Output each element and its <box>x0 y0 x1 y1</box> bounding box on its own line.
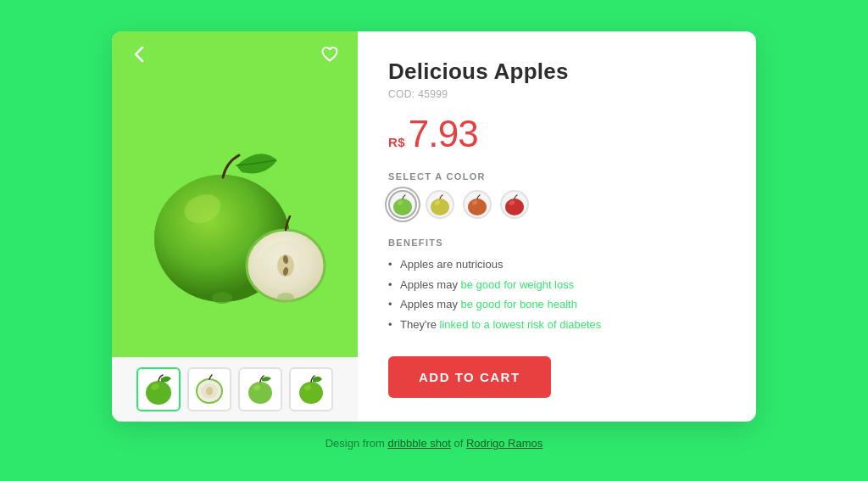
svg-point-16 <box>206 387 213 395</box>
benefit-1: Apples are nutricious <box>388 256 726 273</box>
svg-point-11 <box>277 293 294 303</box>
product-cod: COD: 45999 <box>388 88 726 100</box>
color-section-label: SELECT A COLOR <box>388 171 726 182</box>
footer-link-author[interactable]: Rodrigo Ramos <box>466 437 542 450</box>
benefits-section: BENEFITS Apples are nutricious Apples ma… <box>388 238 726 336</box>
footer-text-mid: of <box>451 437 466 450</box>
cod-label: COD: <box>388 88 415 100</box>
svg-point-18 <box>248 382 272 404</box>
benefit-3: Apples may be good for bone health <box>388 296 726 313</box>
benefits-label: BENEFITS <box>388 238 726 248</box>
color-swatch-green[interactable] <box>388 190 417 219</box>
svg-point-24 <box>431 199 449 215</box>
svg-point-28 <box>505 199 524 215</box>
wishlist-button[interactable] <box>317 43 342 68</box>
price-value: 7.93 <box>409 115 478 153</box>
svg-point-3 <box>212 292 232 304</box>
thumbnail-3[interactable] <box>238 367 282 411</box>
footer-credit: Design from dribbble shot of Rodrigo Ram… <box>326 437 543 450</box>
thumbnail-4[interactable] <box>289 367 333 411</box>
product-details-panel: Delicious Apples COD: 45999 R$ 7.93 SELE… <box>358 31 756 422</box>
cod-value: 45999 <box>418 88 448 100</box>
price-currency: R$ <box>388 135 405 149</box>
product-main-image <box>142 128 328 306</box>
thumbnail-2[interactable] <box>187 367 231 411</box>
color-swatches <box>388 190 726 219</box>
svg-point-22 <box>393 199 412 215</box>
product-image-panel <box>112 31 358 422</box>
image-panel-icons <box>112 31 358 68</box>
footer-text-pre: Design from <box>326 437 388 450</box>
benefit-2: Apples may be good for weight loss <box>388 277 726 294</box>
add-to-cart-button[interactable]: ADD TO CART <box>388 356 551 398</box>
svg-point-20 <box>299 382 323 404</box>
price-display: R$ 7.93 <box>388 115 726 153</box>
footer-link-dribbble[interactable]: dribbble shot <box>387 437 450 450</box>
color-swatch-red[interactable] <box>500 190 529 219</box>
product-card: Delicious Apples COD: 45999 R$ 7.93 SELE… <box>112 31 756 422</box>
thumbnail-1[interactable] <box>136 367 181 411</box>
share-button[interactable] <box>127 43 153 68</box>
benefit-4: They're linked to a lowest risk of diabe… <box>388 316 726 333</box>
thumbnail-strip <box>112 357 358 422</box>
product-title: Delicious Apples <box>388 59 726 85</box>
benefits-list: Apples are nutricious Apples may be good… <box>388 256 726 333</box>
svg-point-26 <box>468 199 487 215</box>
color-swatch-yellow[interactable] <box>426 190 454 219</box>
color-swatch-orange[interactable] <box>463 190 492 219</box>
svg-point-12 <box>146 381 171 405</box>
